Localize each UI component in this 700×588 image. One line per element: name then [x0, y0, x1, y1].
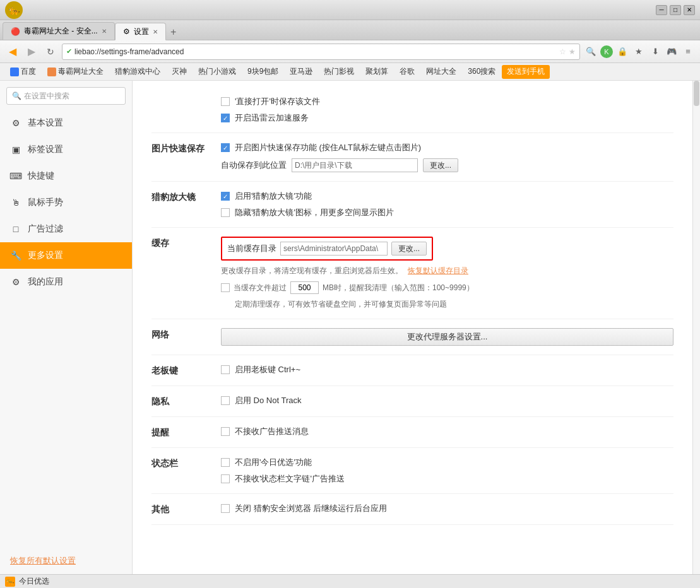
- sidebar-item-label: 更多设置: [28, 250, 63, 261]
- lock-icon[interactable]: 🔒: [615, 45, 629, 59]
- bookmark-game[interactable]: 猎豹游戏中心: [110, 65, 165, 79]
- tab-1-close[interactable]: ✕: [102, 28, 107, 35]
- search-placeholder: 在设置中搜索: [24, 91, 69, 102]
- setting-label-notification: 提醒: [151, 426, 208, 438]
- close-button[interactable]: ✕: [684, 5, 695, 15]
- sidebar-item-shortcuts[interactable]: ⌨ 快捷键: [0, 163, 132, 189]
- direct-open-checkbox[interactable]: [221, 97, 230, 106]
- tab-2[interactable]: ⚙ 设置 ✕: [115, 23, 166, 40]
- bookmark-baidu[interactable]: 百度: [5, 65, 41, 79]
- sidebar-item-basic[interactable]: ⚙ 基本设置: [0, 110, 132, 136]
- setting-label-other: 其他: [151, 503, 208, 515]
- setting-row-image-save: 图片快速保存 开启图片快速保存功能 (按住ALT鼠标左键点击图片) 自动保存到此…: [151, 133, 673, 182]
- scrollbar[interactable]: [692, 81, 700, 574]
- setting-controls-boss-key: 启用老板键 Ctrl+~: [221, 364, 673, 375]
- cache-path-input[interactable]: [280, 242, 388, 256]
- refresh-button[interactable]: ↻: [43, 44, 58, 59]
- bookmark-duba[interactable]: 毒霸网址大全: [42, 65, 109, 79]
- nav-bar: ◀ ▶ ↻ ✔ liebao://settings-frame/advanced…: [0, 40, 700, 63]
- bookmark-send[interactable]: 发送到手机: [502, 65, 550, 79]
- bookmark-movie[interactable]: 热门影视: [319, 65, 359, 79]
- checkbox-row-no-ads: 不接收广告推送消息: [221, 426, 673, 437]
- image-save-path-input[interactable]: [292, 158, 418, 172]
- game-icon[interactable]: 🎮: [665, 45, 679, 59]
- bg-run-checkbox[interactable]: [221, 504, 230, 513]
- bookmark-9kuai[interactable]: 9块9包邮: [242, 65, 283, 79]
- user-icon[interactable]: K: [600, 45, 613, 58]
- xunlei-checkbox[interactable]: [221, 114, 230, 122]
- do-not-track-checkbox[interactable]: [221, 396, 230, 405]
- setting-controls-image-save: 开启图片快速保存功能 (按住ALT鼠标左键点击图片) 自动保存到此位置 更改..…: [221, 142, 673, 172]
- setting-controls-privacy: 启用 Do Not Track: [221, 395, 673, 406]
- boss-key-checkbox[interactable]: [221, 365, 230, 374]
- menu-icon[interactable]: ≡: [681, 45, 695, 59]
- tab-2-close[interactable]: ✕: [153, 28, 158, 35]
- magnifier-enable-checkbox[interactable]: [221, 192, 230, 201]
- no-text-link-checkbox[interactable]: [221, 474, 230, 483]
- cache-path-section: 当前缓存目录 更改...: [221, 237, 433, 261]
- sidebar-item-label: 广告过滤: [28, 223, 63, 235]
- image-save-label: 开启图片快速保存功能 (按住ALT鼠标左键点击图片): [235, 142, 421, 153]
- settings-inner: '直接打开'时保存该文件 开启迅雷云加速服务 图片快速保存: [133, 81, 692, 538]
- address-bar[interactable]: ✔ liebao://settings-frame/advanced ☆ ★: [62, 44, 580, 60]
- bookmark-360[interactable]: 360搜索: [463, 65, 501, 79]
- bookmark-google[interactable]: 谷歌: [394, 65, 420, 79]
- back-button[interactable]: ◀: [5, 44, 20, 59]
- setting-label-statusbar: 状态栏: [151, 457, 208, 469]
- sidebar-item-label: 鼠标手势: [28, 197, 63, 208]
- maximize-button[interactable]: □: [670, 5, 681, 15]
- bookmark-daquan[interactable]: 网址大全: [421, 65, 461, 79]
- image-save-path-row: 自动保存到此位置 更改...: [221, 158, 673, 172]
- bookmark-mie[interactable]: 灭神: [167, 65, 192, 79]
- sidebar-item-apps[interactable]: ⚙ 我的应用: [0, 269, 132, 295]
- sidebar-item-label: 标签设置: [28, 144, 63, 155]
- cache-threshold-checkbox[interactable]: [221, 283, 230, 292]
- magnifier-hide-checkbox[interactable]: [221, 208, 230, 217]
- sidebar-footer: 恢复所有默认设置: [0, 548, 132, 574]
- bookmark-juhua[interactable]: 聚划算: [360, 65, 393, 79]
- sidebar-item-label: 基本设置: [28, 117, 63, 129]
- star-icon[interactable]: ★: [569, 47, 576, 56]
- cache-path-label: 当前缓存目录: [227, 243, 276, 254]
- no-ads-checkbox[interactable]: [221, 427, 230, 436]
- tab-1-label: 毒霸网址大全 - 安全...: [24, 26, 98, 37]
- cache-change-button[interactable]: 更改...: [391, 242, 427, 256]
- image-save-change-button[interactable]: 更改...: [423, 158, 458, 172]
- sidebar-item-adblock[interactable]: □ 广告过滤: [0, 216, 132, 242]
- star-nav-icon[interactable]: ★: [632, 45, 646, 59]
- sidebar-search-box[interactable]: 🔍 在设置中搜索: [6, 87, 126, 105]
- checkbox-row-magnifier-hide: 隐藏'猎豹放大镜'图标，用更多空间显示图片: [221, 207, 673, 218]
- sidebar-item-mouse[interactable]: 🖱 鼠标手势: [0, 189, 132, 216]
- add-tab-button[interactable]: +: [166, 25, 181, 40]
- sidebar-item-more[interactable]: 🔧 更多设置: [0, 242, 132, 269]
- sidebar-nav: ⚙ 基本设置 ▣ 标签设置 ⌨ 快捷键 🖱 鼠标手势 □ 广告过滤: [0, 110, 132, 548]
- sidebar-item-tabs[interactable]: ▣ 标签设置: [0, 136, 132, 163]
- setting-row-toptwo: '直接打开'时保存该文件 开启迅雷云加速服务: [151, 87, 673, 133]
- tab-1[interactable]: 🔴 毒霸网址大全 - 安全... ✕: [3, 22, 115, 40]
- scrollbar-thumb[interactable]: [694, 81, 699, 106]
- restore-defaults-link[interactable]: 恢复所有默认设置: [10, 556, 76, 565]
- image-save-checkbox[interactable]: [221, 143, 230, 152]
- forward-button[interactable]: ▶: [24, 44, 39, 59]
- bookmark-amazon[interactable]: 亚马逊: [285, 65, 317, 79]
- bookmark-hotgame[interactable]: 热门小游戏: [193, 65, 241, 79]
- setting-row-statusbar: 状态栏 不启用'今日优选'功能 不接收'状态栏文字链'广告推送: [151, 448, 673, 494]
- gear-icon: ⚙: [10, 117, 21, 129]
- restore-cache-link[interactable]: 恢复默认缓存目录: [408, 266, 468, 276]
- more-icon: 🔧: [10, 250, 21, 261]
- checkbox-row-no-text-link: 不接收'状态栏文字链'广告推送: [221, 473, 673, 485]
- checkbox-row-dnt: 启用 Do Not Track: [221, 395, 673, 406]
- cache-size-input[interactable]: [290, 281, 319, 294]
- tab-bar: 🔴 毒霸网址大全 - 安全... ✕ ⚙ 设置 ✕ +: [0, 20, 700, 40]
- proxy-settings-button[interactable]: 更改代理服务器设置...: [221, 328, 673, 346]
- bookmark-star[interactable]: ☆: [559, 47, 566, 56]
- status-label: 今日优选: [19, 576, 49, 587]
- minimize-button[interactable]: ─: [656, 5, 667, 15]
- no-today-checkbox[interactable]: [221, 458, 230, 467]
- download-icon[interactable]: ⬇: [648, 45, 662, 59]
- checkbox-row-bg-run: 关闭 猎豹安全浏览器 后继续运行后台应用: [221, 503, 673, 514]
- setting-controls-network: 更改代理服务器设置...: [221, 328, 673, 346]
- search-icon: 🔍: [584, 45, 598, 59]
- setting-controls-notification: 不接收广告推送消息: [221, 426, 673, 437]
- search-icon: 🔍: [12, 91, 21, 100]
